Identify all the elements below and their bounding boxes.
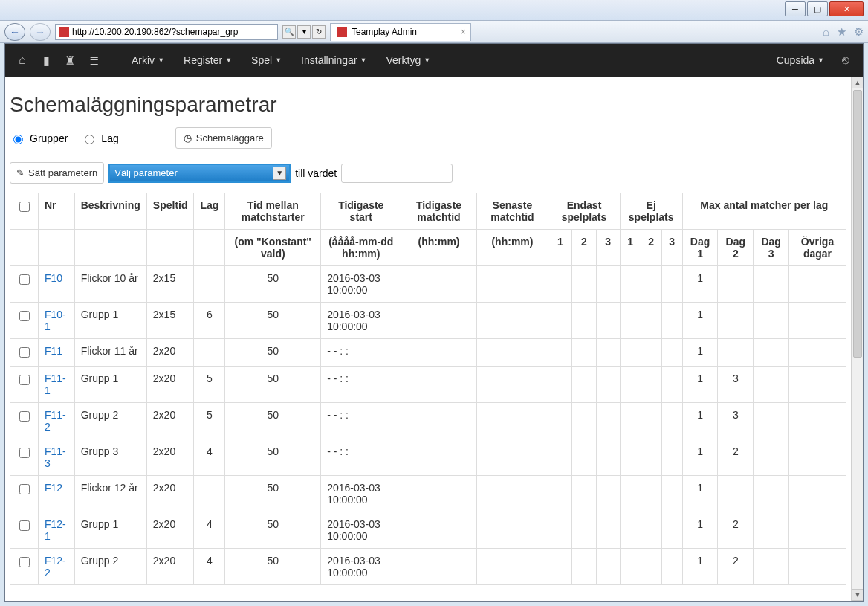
cell-e1 [548,512,572,549]
radio-grupper-input[interactable] [13,135,23,144]
th-j3: 3 [661,230,682,266]
radio-lag-input[interactable] [85,135,94,144]
vertical-scrollbar[interactable]: ▲ ▼ [851,77,863,601]
row-checkbox[interactable] [19,274,30,285]
addressbar: ← → http://10.200.20.190:862/?schemapar_… [0,21,868,43]
row-checkbox[interactable] [19,411,30,422]
cell-checkbox [10,339,39,367]
nr-link[interactable]: F10-1 [45,309,66,332]
tab-close-icon[interactable]: × [461,27,466,37]
book-icon[interactable]: ▮ [36,51,56,70]
cell-j3 [661,403,682,439]
chevron-down-icon: ▼ [273,167,286,180]
cell-dag1: 1 [682,367,718,403]
cell-dag2: 2 [718,512,754,549]
cell-speltid: 2x15 [146,266,194,303]
menu-register[interactable]: Register▼ [176,50,239,71]
row-checkbox[interactable] [19,347,30,358]
table-row: F12-2Grupp 22x204502016-03-03 10:00:0012 [10,549,846,585]
cell-tidigaste-matchtid [401,476,476,512]
menu-arkiv[interactable]: Arkiv▼ [124,50,172,71]
th-aaaa-mm: (åååå-mm-dd hh:mm) [321,230,401,266]
row-checkbox[interactable] [19,375,30,385]
cell-tidigaste-matchtid [401,367,476,403]
th-tidigaste-start: Tidigaste start [321,193,401,230]
set-param-button[interactable]: ✎ Sätt parametern [10,162,104,184]
row-checkbox[interactable] [19,448,30,458]
th-checkbox [10,193,39,230]
th-e1: 1 [548,230,572,266]
param-select[interactable]: Välj parameter ▼ [108,164,291,183]
cell-j1 [620,439,641,476]
scheduler-button[interactable]: ◷ Schemaläggare [175,127,272,149]
window-minimize-button[interactable]: ─ [785,1,806,16]
radio-lag[interactable]: Lag [81,132,118,144]
scroll-up-icon[interactable]: ▲ [852,77,864,88]
nr-link[interactable]: F12 [45,482,62,494]
star-chrome-icon[interactable]: ★ [837,25,846,39]
nr-link[interactable]: F11-3 [45,445,66,469]
cell-nr: F12-2 [39,549,75,585]
cell-j2 [641,266,661,303]
select-all-checkbox[interactable] [19,202,30,212]
home-icon[interactable]: ⌂ [13,51,32,70]
dropdown-icon[interactable]: ▾ [297,25,311,39]
menu-installningar[interactable]: Inställningar▼ [294,50,374,71]
cell-tidigaste-matchtid [401,303,476,339]
search-icon[interactable]: 🔍 [282,25,296,39]
cell-checkbox [10,367,39,403]
cell-j1 [620,476,641,512]
nr-link[interactable]: F11 [45,345,62,357]
cell-start: 2016-03-03 10:00:00 [321,476,401,512]
nr-link[interactable]: F11-1 [45,373,66,396]
th-hhmm-1: (hh:mm) [401,230,476,266]
th-e3: 3 [596,230,620,266]
logout-icon[interactable]: ⎋ [836,51,855,70]
radio-grupper[interactable]: Grupper [10,132,68,144]
cell-speltid: 2x20 [146,512,194,549]
chrome-right-icons: ⌂ ★ ⚙ [823,25,864,39]
list-icon[interactable]: ≣ [84,51,103,70]
window-close-button[interactable]: ✕ [829,1,864,16]
menu-spel[interactable]: Spel▼ [244,50,289,71]
nr-link[interactable]: F12-2 [45,555,66,578]
th-om-konstant: (om "Konstant" vald) [225,230,321,266]
row-checkbox[interactable] [19,484,30,494]
row-checkbox[interactable] [19,520,30,531]
cell-e1 [548,303,572,339]
value-input[interactable] [341,164,453,183]
trophy-icon[interactable]: ♜ [60,51,80,70]
cell-ovriga [788,549,846,585]
cell-senaste-matchtid [476,266,548,303]
browser-tab[interactable]: Teamplay Admin × [330,23,471,41]
cell-start: 2016-03-03 10:00:00 [321,512,401,549]
set-param-label: Sätt parametern [28,167,97,178]
radio-grupper-label: Grupper [30,132,68,144]
till-vardet-label: till värdet [295,167,337,179]
caret-icon: ▼ [225,57,232,64]
url-field[interactable]: http://10.200.20.190:862/?schemapar_grp [55,24,278,40]
nr-link[interactable]: F11-2 [45,409,66,433]
cell-dag1: 1 [682,549,718,585]
nr-link[interactable]: F10 [45,272,62,284]
nr-link[interactable]: F12-1 [45,518,66,542]
gear-chrome-icon[interactable]: ⚙ [854,25,864,39]
home-chrome-icon[interactable]: ⌂ [823,25,829,39]
menu-cupsida[interactable]: Cupsida▼ [769,50,832,71]
cell-lag [194,339,225,367]
cell-checkbox [10,476,39,512]
app-navbar: ⌂ ▮ ♜ ≣ Arkiv▼ Register▼ Spel▼ Inställni… [5,44,863,77]
refresh-icon[interactable]: ↻ [312,25,326,39]
menu-verktyg[interactable]: Verktyg▼ [378,50,438,71]
row-checkbox[interactable] [19,311,30,321]
row-checkbox[interactable] [19,557,30,567]
scroll-down-icon[interactable]: ▼ [852,589,864,601]
cell-nr: F12-1 [39,512,75,549]
scroll-thumb[interactable] [853,90,862,358]
cell-nr: F12 [39,476,75,512]
cell-ovriga [788,339,846,367]
back-button[interactable]: ← [4,23,25,41]
window-maximize-button[interactable]: ▢ [807,1,828,16]
th-j1: 1 [620,230,641,266]
forward-button[interactable]: → [30,23,51,41]
